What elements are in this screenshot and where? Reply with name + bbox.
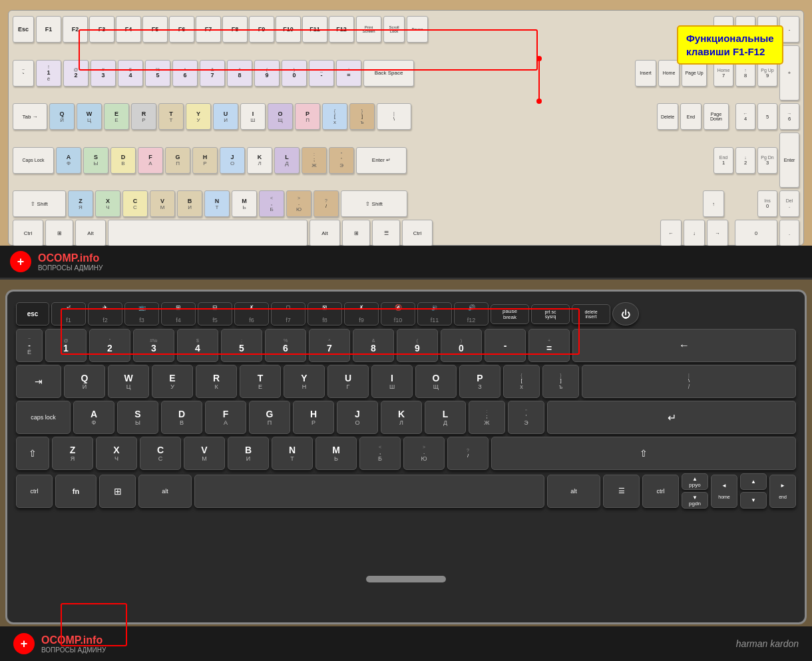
- key-page-down[interactable]: Page Down: [704, 103, 729, 130]
- key-ctrl-right[interactable]: Ctrl: [402, 220, 433, 246]
- key-b-y[interactable]: YН: [284, 365, 325, 398]
- key-b-backslash[interactable]: |\/: [582, 365, 796, 398]
- key-b-v[interactable]: VМ: [184, 437, 225, 470]
- key-print-screen[interactable]: Print Screen: [356, 16, 381, 43]
- key-b-arrow-left[interactable]: ◄home: [711, 475, 737, 508]
- key-b-q[interactable]: QЙ: [64, 365, 105, 398]
- key-x[interactable]: XЧ: [95, 190, 120, 217]
- key-9[interactable]: (9: [254, 60, 280, 87]
- key-b-4[interactable]: $4: [177, 329, 218, 362]
- key-b-7[interactable]: ^7: [309, 329, 350, 362]
- key-b-alt-left[interactable]: alt: [138, 475, 192, 508]
- key-b-l[interactable]: LД: [425, 401, 466, 434]
- key-numpad-2[interactable]: ↓2: [735, 147, 755, 174]
- key-backspace[interactable]: Back Space: [363, 60, 414, 87]
- key-m[interactable]: MЬ: [232, 190, 257, 217]
- key-b-f9[interactable]: ✗f9: [344, 302, 379, 326]
- key-b-j[interactable]: JО: [337, 401, 378, 434]
- key-b-5[interactable]: ;5: [221, 329, 262, 362]
- key-b-arrow-up[interactable]: ▲: [740, 473, 767, 490]
- key-k[interactable]: KЛ: [247, 147, 272, 174]
- key-b-pgup[interactable]: ▲ppyo: [682, 473, 708, 490]
- key-f10[interactable]: F10: [276, 16, 301, 43]
- key-b-caps[interactable]: caps lock: [16, 401, 71, 434]
- key-enter[interactable]: Enter ↵: [356, 147, 407, 174]
- key-z[interactable]: ZЯ: [68, 190, 93, 217]
- key-b-i[interactable]: IШ: [371, 365, 413, 398]
- key-b-p[interactable]: PЗ: [459, 365, 501, 398]
- key-f12[interactable]: F12: [329, 16, 354, 43]
- key-esc[interactable]: Esc: [13, 16, 34, 43]
- key-p[interactable]: PП: [295, 103, 320, 130]
- key-caps-lock[interactable]: Caps Lock: [13, 147, 54, 174]
- key-f5[interactable]: F5: [142, 16, 168, 43]
- key-b-delete[interactable]: deleteinsert: [572, 304, 610, 324]
- key-b-semicolon[interactable]: :;Ж: [469, 401, 505, 434]
- key-period[interactable]: >.Ю: [286, 190, 311, 217]
- key-i[interactable]: IШ: [240, 103, 266, 130]
- key-f6[interactable]: F6: [169, 16, 194, 43]
- key-b-u[interactable]: UГ: [327, 365, 369, 398]
- key-l[interactable]: LД: [274, 147, 300, 174]
- key-b-equals[interactable]: +=: [528, 329, 570, 362]
- key-win-right[interactable]: ⊞: [342, 220, 370, 246]
- key-6[interactable]: ^6: [172, 60, 198, 87]
- key-b-pgdn[interactable]: ▼pgdn: [682, 492, 708, 509]
- key-insert[interactable]: Insert: [635, 60, 656, 87]
- key-b-f5[interactable]: ⊟f5: [198, 302, 232, 326]
- key-y[interactable]: YУ: [186, 103, 211, 130]
- key-b-menu[interactable]: ☰: [603, 475, 640, 508]
- key-b-f2[interactable]: ✈f2: [88, 302, 122, 326]
- key-j[interactable]: JО: [220, 147, 245, 174]
- key-backslash[interactable]: |\: [377, 103, 411, 130]
- key-b-shift-left[interactable]: ⇧: [16, 437, 49, 470]
- key-b-backspace[interactable]: ←: [572, 329, 796, 362]
- key-u[interactable]: UИ: [213, 103, 238, 130]
- key-numpad-dot[interactable]: .: [779, 220, 799, 246]
- key-b-win[interactable]: ⊞: [99, 475, 136, 508]
- key-g[interactable]: GП: [165, 147, 190, 174]
- key-numpad-5[interactable]: 5: [757, 103, 777, 130]
- key-numpad-1[interactable]: End1: [713, 147, 733, 174]
- key-0[interactable]: )0: [282, 60, 307, 87]
- key-home[interactable]: Home: [658, 60, 680, 87]
- key-b-quote[interactable]: "'Э: [508, 401, 544, 434]
- key-b-power[interactable]: ⏻: [612, 302, 639, 326]
- key-b-s[interactable]: SЫ: [117, 401, 158, 434]
- key-numpad-00[interactable]: 0: [735, 220, 777, 246]
- key-arrow-right[interactable]: →: [707, 220, 728, 246]
- key-b-period[interactable]: >.Ю: [403, 437, 445, 470]
- key-f7[interactable]: F7: [196, 16, 221, 43]
- key-b-f10[interactable]: 🔇f10: [381, 302, 415, 326]
- key-f11[interactable]: F11: [302, 16, 327, 43]
- key-b-esc[interactable]: esc: [16, 302, 49, 326]
- key-equals[interactable]: +=: [336, 60, 361, 87]
- key-b-alt-right[interactable]: alt: [547, 475, 600, 508]
- key-b-slash[interactable]: ?/: [447, 437, 489, 470]
- key-b-f12[interactable]: 🔊f12: [454, 302, 489, 326]
- key-1[interactable]: !1ё: [36, 60, 61, 87]
- key-b-x[interactable]: XЧ: [96, 437, 137, 470]
- key-b-m[interactable]: MЬ: [315, 437, 357, 470]
- key-b-2[interactable]: "2: [89, 329, 130, 362]
- key-q[interactable]: QЙ: [49, 103, 75, 130]
- key-7[interactable]: &7: [200, 60, 225, 87]
- key-f4[interactable]: F4: [116, 16, 141, 43]
- key-b[interactable]: BИ: [177, 190, 202, 217]
- key-8[interactable]: *8: [227, 60, 252, 87]
- key-f2[interactable]: F2: [63, 16, 88, 43]
- key-h[interactable]: HР: [192, 147, 218, 174]
- key-tilde[interactable]: ~`: [13, 60, 34, 87]
- key-f[interactable]: FА: [138, 147, 163, 174]
- key-delete[interactable]: Delete: [657, 103, 678, 130]
- touchpad[interactable]: [366, 576, 446, 582]
- key-shift-left[interactable]: ⇧ Shift: [13, 190, 66, 217]
- key-r[interactable]: RР: [131, 103, 156, 130]
- key-numpad-0[interactable]: Ins0: [757, 190, 777, 217]
- key-b-9[interactable]: (9: [397, 329, 438, 362]
- key-b-pause[interactable]: pausebreak: [491, 304, 529, 324]
- key-menu[interactable]: ☰: [372, 220, 400, 246]
- key-b-1[interactable]: @1: [45, 329, 87, 362]
- key-end[interactable]: End: [680, 103, 702, 130]
- key-quote[interactable]: "'Э: [329, 147, 354, 174]
